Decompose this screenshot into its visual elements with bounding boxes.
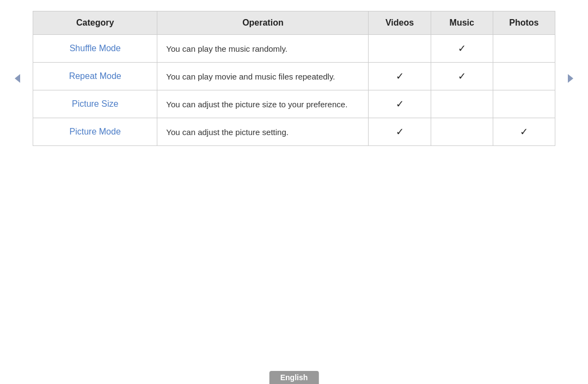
svg-marker-0 <box>15 74 20 83</box>
row-0-music: ✓ <box>431 35 493 63</box>
row-0-category: Shuffle Mode <box>33 35 157 63</box>
row-2-videos: ✓ <box>369 90 431 118</box>
header-photos: Photos <box>493 11 555 35</box>
row-0-operation: You can play the music randomly. <box>157 35 369 63</box>
svg-marker-1 <box>568 74 573 83</box>
table-row: Picture Size You can adjust the picture … <box>33 90 555 118</box>
row-2-music <box>431 90 493 118</box>
row-3-music <box>431 118 493 146</box>
language-badge[interactable]: English <box>270 371 319 384</box>
nav-arrow-left[interactable] <box>11 72 24 85</box>
row-0-photos <box>493 35 555 63</box>
row-1-operation: You can play movie and music files repea… <box>157 63 369 90</box>
row-3-photos: ✓ <box>493 118 555 146</box>
header-music: Music <box>431 11 493 35</box>
row-1-videos: ✓ <box>369 63 431 90</box>
table-row: Shuffle Mode You can play the music rand… <box>33 35 555 63</box>
nav-arrow-right[interactable] <box>564 72 577 85</box>
page-wrapper: Category Operation Videos Music Photos S… <box>0 0 588 384</box>
row-2-category: Picture Size <box>33 90 157 118</box>
row-0-videos <box>369 35 431 63</box>
table-container: Category Operation Videos Music Photos S… <box>33 11 555 146</box>
row-2-photos <box>493 90 555 118</box>
table-row: Picture Mode You can adjust the picture … <box>33 118 555 146</box>
header-operation: Operation <box>157 11 369 35</box>
row-3-videos: ✓ <box>369 118 431 146</box>
header-videos: Videos <box>369 11 431 35</box>
table-row: Repeat Mode You can play movie and music… <box>33 63 555 90</box>
row-3-category: Picture Mode <box>33 118 157 146</box>
feature-table: Category Operation Videos Music Photos S… <box>33 11 555 146</box>
header-category: Category <box>33 11 157 35</box>
row-1-photos <box>493 63 555 90</box>
row-2-operation: You can adjust the picture size to your … <box>157 90 369 118</box>
row-3-operation: You can adjust the picture setting. <box>157 118 369 146</box>
row-1-category: Repeat Mode <box>33 63 157 90</box>
row-1-music: ✓ <box>431 63 493 90</box>
